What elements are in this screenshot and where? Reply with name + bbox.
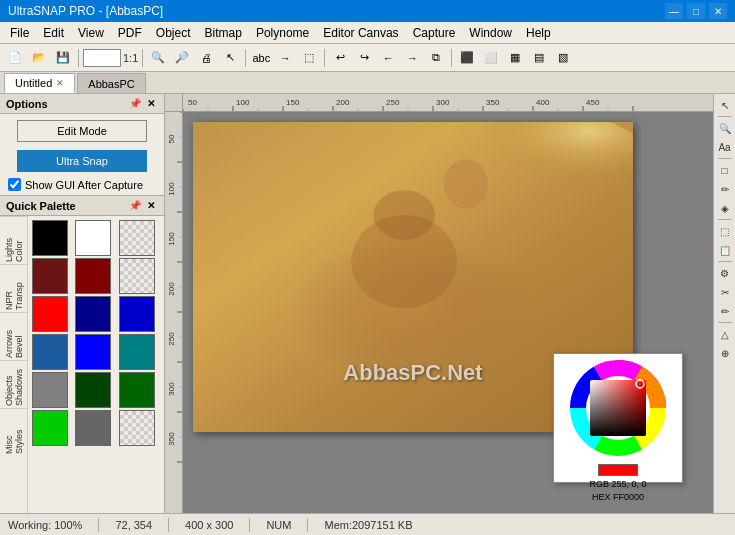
swatch-black[interactable]	[32, 220, 68, 256]
close-button[interactable]: ✕	[709, 3, 727, 19]
swatch-maroon[interactable]	[75, 258, 111, 294]
swatch-darkred[interactable]	[32, 258, 68, 294]
extra4-button[interactable]: ▤	[528, 47, 550, 69]
qp-label-misc[interactable]: Misc Styles	[0, 408, 27, 456]
menu-capture[interactable]: Capture	[407, 23, 462, 43]
swatch-blue[interactable]	[75, 334, 111, 370]
qp-label-lights[interactable]: Lights Color	[0, 216, 27, 264]
rt-cross-btn[interactable]: ⊕	[716, 344, 734, 362]
qp-header-btns: 📌 ✕	[128, 199, 158, 213]
swatch-transparent2[interactable]	[119, 258, 155, 294]
pin-button[interactable]: 📌	[128, 97, 142, 111]
color-picker-widget[interactable]: RGB 255, 0, 0 HEX FF0000	[553, 353, 683, 483]
rt-settings-btn[interactable]: ⚙	[716, 264, 734, 282]
qp-label-arrows[interactable]: Arrows Bevel	[0, 312, 27, 360]
qp-label-objects[interactable]: Objects Shadows	[0, 360, 27, 408]
swatch-darkblue[interactable]	[75, 296, 111, 332]
save-button[interactable]: 💾	[52, 47, 74, 69]
zoom-in-button[interactable]: 🔎	[171, 47, 193, 69]
swatch-teal[interactable]	[119, 334, 155, 370]
zoom-input[interactable]: 100%	[83, 49, 121, 67]
title-bar: UltraSNAP PRO - [AbbasPC] — □ ✕	[0, 0, 735, 22]
print-button[interactable]: 🖨	[195, 47, 217, 69]
rt-text-btn[interactable]: Aa	[716, 138, 734, 156]
menu-bitmap[interactable]: Bitmap	[199, 23, 248, 43]
new-button[interactable]: 📄	[4, 47, 26, 69]
status-dimensions: 400 x 300	[185, 519, 233, 531]
menu-file[interactable]: File	[4, 23, 35, 43]
menu-editor-canvas[interactable]: Editor Canvas	[317, 23, 404, 43]
rt-clip-btn[interactable]: 📋	[716, 241, 734, 259]
status-sep-1	[98, 518, 99, 532]
swatch-steelblue[interactable]	[32, 334, 68, 370]
color-wheel-container[interactable]	[568, 358, 668, 458]
tab-abbaspc[interactable]: AbbasPC	[77, 73, 145, 93]
swatch-blue2[interactable]	[119, 296, 155, 332]
extra3-button[interactable]: ▦	[504, 47, 526, 69]
svg-text:100: 100	[167, 182, 176, 196]
zoom-box: 100% 1:1	[83, 49, 138, 67]
swatch-charcoal[interactable]	[75, 410, 111, 446]
rt-zoom-btn[interactable]: 🔍	[716, 119, 734, 137]
options-close-button[interactable]: ✕	[144, 97, 158, 111]
shapes-button[interactable]: ⬚	[298, 47, 320, 69]
qp-close-button[interactable]: ✕	[144, 199, 158, 213]
qp-pin-button[interactable]: 📌	[128, 199, 142, 213]
color-wheel-svg[interactable]	[568, 358, 668, 458]
undo-button[interactable]: ↩	[329, 47, 351, 69]
text-button[interactable]: abc	[250, 47, 272, 69]
swatch-white[interactable]	[75, 220, 111, 256]
rt-fill-btn[interactable]: ◈	[716, 199, 734, 217]
menu-polynome[interactable]: Polynome	[250, 23, 315, 43]
zoom-out-button[interactable]: 🔍	[147, 47, 169, 69]
back-button[interactable]: ←	[377, 47, 399, 69]
rt-cursor-btn[interactable]: ↖	[716, 96, 734, 114]
redo-button[interactable]: ↪	[353, 47, 375, 69]
ruler-v-svg: 50 100 150 200 250 300 350	[165, 112, 183, 513]
tab-untitled-close[interactable]: ✕	[56, 78, 64, 88]
rt-sep-1	[718, 116, 732, 117]
menu-window[interactable]: Window	[463, 23, 518, 43]
swatch-transparent3[interactable]	[119, 410, 155, 446]
swatch-gray[interactable]	[32, 372, 68, 408]
show-gui-checkbox[interactable]	[8, 178, 21, 191]
rt-cut-btn[interactable]: ✂	[716, 283, 734, 301]
menu-object[interactable]: Object	[150, 23, 197, 43]
canvas-area[interactable]: 50 100 150 200 250 300 350 400 450	[165, 94, 713, 513]
copy-button[interactable]: ⧉	[425, 47, 447, 69]
ultrasnap-button[interactable]: Ultra Snap	[17, 150, 147, 172]
open-button[interactable]: 📂	[28, 47, 50, 69]
swatch-green[interactable]	[32, 410, 68, 446]
qp-grid	[28, 216, 164, 450]
tab-untitled[interactable]: Untitled ✕	[4, 73, 75, 93]
rt-rect-btn[interactable]: □	[716, 161, 734, 179]
tab-bar: Untitled ✕ AbbasPC	[0, 72, 735, 94]
maximize-button[interactable]: □	[687, 3, 705, 19]
rt-select-btn[interactable]: ⬚	[716, 222, 734, 240]
cursor-button[interactable]: ↖	[219, 47, 241, 69]
title-bar-text: UltraSNAP PRO - [AbbasPC]	[8, 4, 163, 18]
menu-edit[interactable]: Edit	[37, 23, 70, 43]
swatch-forestgreen[interactable]	[119, 372, 155, 408]
edit-mode-button[interactable]: Edit Mode	[17, 120, 147, 142]
swatch-darkgreen[interactable]	[75, 372, 111, 408]
swatch-red[interactable]	[32, 296, 68, 332]
status-memory: Mem:2097151 KB	[324, 519, 412, 531]
extra5-button[interactable]: ▧	[552, 47, 574, 69]
toolbar-sep-1	[78, 49, 79, 67]
fwd-button[interactable]: →	[401, 47, 423, 69]
menu-view[interactable]: View	[72, 23, 110, 43]
rt-tri-btn[interactable]: △	[716, 325, 734, 343]
rt-pen-btn[interactable]: ✏	[716, 180, 734, 198]
swatch-transparent[interactable]	[119, 220, 155, 256]
qp-label-npr[interactable]: NPR Transp	[0, 264, 27, 312]
qp-grid-wrap[interactable]	[28, 216, 164, 513]
menu-help[interactable]: Help	[520, 23, 557, 43]
arrow-button[interactable]: →	[274, 47, 296, 69]
rt-pencil2-btn[interactable]: ✏	[716, 302, 734, 320]
extra1-button[interactable]: ⬛	[456, 47, 478, 69]
menu-pdf[interactable]: PDF	[112, 23, 148, 43]
extra2-button[interactable]: ⬜	[480, 47, 502, 69]
svg-point-54	[373, 190, 435, 240]
minimize-button[interactable]: —	[665, 3, 683, 19]
